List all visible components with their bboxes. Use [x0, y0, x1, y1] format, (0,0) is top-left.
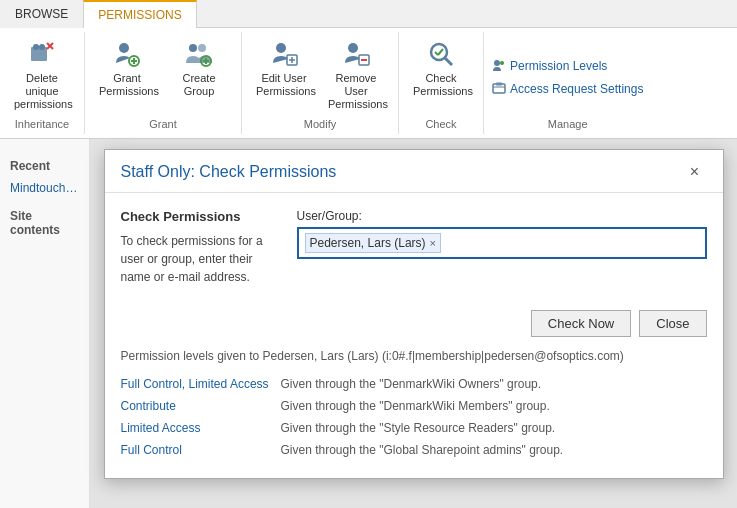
- grant-icon: [111, 38, 143, 70]
- permissions-table: Full Control, Limited Access Given throu…: [121, 373, 707, 461]
- create-group-button[interactable]: Create Group: [165, 34, 233, 102]
- ribbon-group-modify-label: Modify: [250, 118, 390, 132]
- sidebar-site-contents-label[interactable]: Site contents: [0, 205, 89, 241]
- remove-user-icon: [340, 38, 372, 70]
- ribbon-group-modify-items: Edit User Permissions Remove User Permis…: [250, 34, 390, 116]
- grant-permissions-button[interactable]: Grant Permissions: [93, 34, 161, 102]
- sidebar-item-mindtouch[interactable]: MindtouchM n: [0, 177, 89, 199]
- modal-title: Staff Only: Check Permissions: [121, 163, 337, 181]
- access-request-label: Access Request Settings: [510, 82, 643, 96]
- permission-row: Contribute Given through the "DenmarkWik…: [121, 395, 707, 417]
- permission-row: Full Control Given through the "Global S…: [121, 439, 707, 461]
- permission-description: Given through the "Global Sharepoint adm…: [281, 439, 707, 461]
- permission-description: Given through the "Style Resource Reader…: [281, 417, 707, 439]
- modal-title-bar: Staff Only: Check Permissions ×: [105, 150, 723, 193]
- ribbon-body: Delete unique permissions Inheritance: [0, 28, 737, 138]
- delete-unique-permissions-button[interactable]: Delete unique permissions: [8, 34, 76, 116]
- edit-user-permissions-button[interactable]: Edit User Permissions: [250, 34, 318, 102]
- user-tag: Pedersen, Lars (Lars) ×: [305, 233, 442, 253]
- permission-name: Limited Access: [121, 417, 281, 439]
- ribbon-group-check-items: Check Permissions: [407, 34, 475, 116]
- grant-permissions-label: Grant Permissions: [99, 72, 155, 98]
- permission-name: Contribute: [121, 395, 281, 417]
- modal-left-panel: Check Permissions To check permissions f…: [121, 209, 281, 286]
- layout: Recent MindtouchM n Site contents Staff …: [0, 139, 737, 508]
- permissions-info-text: Permission levels given to Pedersen, Lar…: [121, 349, 707, 363]
- svg-point-10: [198, 44, 206, 52]
- permission-name: Full Control: [121, 439, 281, 461]
- svg-point-5: [119, 43, 129, 53]
- permission-levels-label: Permission Levels: [510, 59, 607, 73]
- svg-point-1: [33, 44, 39, 50]
- check-permissions-icon: [425, 38, 457, 70]
- create-group-icon: [183, 38, 215, 70]
- svg-line-24: [438, 49, 443, 55]
- remove-user-permissions-button[interactable]: Remove User Permissions: [322, 34, 390, 116]
- ribbon-group-check: Check Permissions Check: [399, 32, 484, 134]
- check-permissions-modal: Staff Only: Check Permissions × Check Pe…: [104, 149, 724, 479]
- delete-unique-label: Delete unique permissions: [14, 72, 70, 112]
- permission-levels-link[interactable]: Permission Levels: [492, 56, 607, 77]
- check-permissions-button[interactable]: Check Permissions: [407, 34, 475, 102]
- permissions-result: Permission levels given to Pedersen, Lar…: [105, 349, 723, 473]
- modal-right-panel: User/Group: Pedersen, Lars (Lars) ×: [297, 209, 707, 286]
- access-request-settings-link[interactable]: Access Request Settings: [492, 79, 643, 100]
- sidebar-recent-label: Recent: [0, 155, 89, 177]
- user-group-field-label: User/Group:: [297, 209, 707, 223]
- svg-point-21: [431, 44, 447, 60]
- check-now-button[interactable]: Check Now: [531, 310, 631, 337]
- edit-user-icon: [268, 38, 300, 70]
- modal-actions: Check Now Close: [105, 302, 723, 349]
- modal-overlay: Staff Only: Check Permissions × Check Pe…: [90, 139, 737, 508]
- modal-section-title: Check Permissions: [121, 209, 281, 224]
- ribbon-group-modify: Edit User Permissions Remove User Permis…: [242, 32, 399, 134]
- ribbon-group-grant-items: Grant Permissions Create Group: [93, 34, 233, 116]
- edit-user-label: Edit User Permissions: [256, 72, 312, 98]
- svg-point-2: [39, 44, 45, 50]
- modal-body: Check Permissions To check permissions f…: [105, 193, 723, 302]
- delete-unique-icon: [26, 38, 58, 70]
- close-button[interactable]: Close: [639, 310, 706, 337]
- svg-line-22: [445, 58, 452, 65]
- svg-point-18: [348, 43, 358, 53]
- ribbon-group-manage-items: Permission Levels Access Request Setting…: [492, 34, 643, 116]
- access-request-icon: [492, 81, 506, 98]
- user-group-text-input[interactable]: [445, 235, 699, 250]
- ribbon-group-check-label: Check: [407, 118, 475, 132]
- ribbon: BROWSE PERMISSIONS Delete uniq: [0, 0, 737, 139]
- ribbon-group-manage-label: Manage: [492, 118, 643, 132]
- check-permissions-label: Check Permissions: [413, 72, 469, 98]
- modal-close-button[interactable]: ×: [683, 160, 707, 184]
- tab-permissions[interactable]: PERMISSIONS: [83, 0, 196, 28]
- user-tag-value: Pedersen, Lars (Lars): [310, 236, 426, 250]
- permission-levels-icon: [492, 58, 506, 75]
- user-group-input-wrapper[interactable]: Pedersen, Lars (Lars) ×: [297, 227, 707, 259]
- sidebar: Recent MindtouchM n Site contents: [0, 139, 90, 508]
- permission-row: Full Control, Limited Access Given throu…: [121, 373, 707, 395]
- ribbon-group-grant-label: Grant: [93, 118, 233, 132]
- svg-rect-31: [496, 82, 502, 86]
- svg-point-9: [189, 44, 197, 52]
- ribbon-group-grant: Grant Permissions Create Group: [85, 32, 242, 134]
- remove-user-label: Remove User Permissions: [328, 72, 384, 112]
- ribbon-group-inheritance-items: Delete unique permissions: [8, 34, 76, 116]
- ribbon-tabs: BROWSE PERMISSIONS: [0, 0, 737, 28]
- user-tag-remove[interactable]: ×: [430, 237, 436, 249]
- ribbon-group-inheritance-label: Inheritance: [8, 118, 76, 132]
- permission-row: Limited Access Given through the "Style …: [121, 417, 707, 439]
- modal-description: To check permissions for a user or group…: [121, 232, 281, 286]
- svg-point-25: [494, 60, 500, 66]
- main-content: Staff Only: Check Permissions × Check Pe…: [90, 139, 737, 508]
- permission-description: Given through the "DenmarkWiki Owners" g…: [281, 373, 707, 395]
- ribbon-group-inheritance: Delete unique permissions Inheritance: [0, 32, 85, 134]
- svg-point-14: [276, 43, 286, 53]
- create-group-label: Create Group: [171, 72, 227, 98]
- tab-browse[interactable]: BROWSE: [0, 0, 83, 28]
- svg-rect-0: [31, 47, 47, 61]
- ribbon-group-manage: Permission Levels Access Request Setting…: [484, 32, 651, 134]
- permission-name: Full Control, Limited Access: [121, 373, 281, 395]
- permission-description: Given through the "DenmarkWiki Members" …: [281, 395, 707, 417]
